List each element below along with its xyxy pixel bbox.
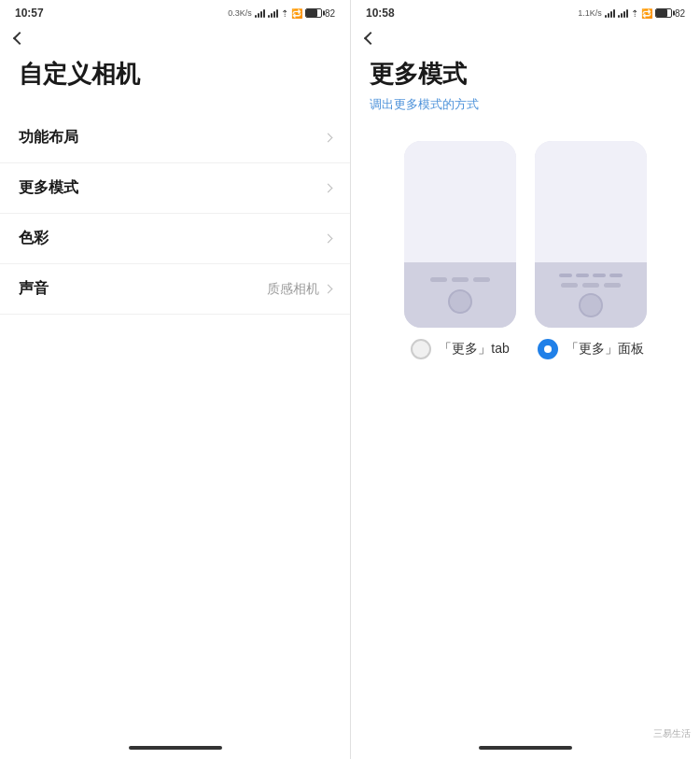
menu-item-sound[interactable]: 声音 质感相机 (0, 264, 350, 315)
left-page-title: 自定义相机 (0, 50, 350, 109)
phone-bar-btn-p1 (561, 283, 578, 288)
right-subtitle: 调出更多模式的方式 (351, 96, 700, 132)
phone-bar-btn-1 (430, 277, 447, 282)
phone-shutter-panel (579, 293, 603, 317)
menu-item-more-modes-label: 更多模式 (19, 178, 78, 198)
left-wifi-icon2: 🔁 (291, 8, 302, 19)
left-signal-bars-2 (268, 8, 278, 18)
right-battery-fill (656, 9, 667, 17)
right-home-indicator (479, 746, 572, 750)
menu-item-more-modes[interactable]: 更多模式 (0, 163, 350, 214)
phone-options-container: 「更多」tab (351, 132, 700, 378)
phone-bar-btn-2 (452, 277, 469, 282)
phone-option-tab[interactable]: 「更多」tab (404, 141, 516, 359)
menu-item-sound-right: 质感相机 (267, 281, 331, 298)
menu-item-sound-value: 质感相机 (267, 281, 319, 298)
left-panel: 10:57 0.3K/s ⇡ 🔁 82 自定义相机 功能布局 (0, 0, 350, 759)
left-network-speed: 0.3K/s (228, 8, 252, 18)
left-menu-list: 功能布局 更多模式 色彩 声音 质感相机 (0, 113, 350, 315)
menu-item-color-label: 色彩 (19, 229, 49, 248)
phone-bar-btn-p2 (582, 283, 599, 288)
left-battery-fill (306, 9, 317, 17)
phone-bar-buttons-tab (430, 277, 490, 282)
phone-option-panel[interactable]: 「更多」面板 (535, 141, 647, 359)
phone-bar-btn-p3 (604, 283, 621, 288)
right-network-speed: 1.1K/s (578, 8, 602, 18)
left-signal-bars (255, 8, 265, 18)
radio-circle-tab[interactable] (411, 339, 431, 359)
phone-bar-buttons-panel (561, 283, 621, 288)
radio-option-panel[interactable]: 「更多」面板 (538, 339, 644, 359)
phone-screen-top-tab (404, 141, 516, 262)
phone-illustration-panel (535, 141, 647, 328)
phone-bottom-bar-panel (535, 262, 647, 328)
right-back-button[interactable] (351, 26, 700, 50)
radio-label-tab: 「更多」tab (439, 341, 509, 358)
left-battery-label: 82 (325, 8, 335, 19)
right-wifi-icon2: 🔁 (641, 8, 652, 19)
right-signal-bars (605, 8, 615, 18)
menu-item-layout-right (325, 134, 331, 141)
right-battery-label: 82 (675, 8, 685, 19)
left-battery-icon (305, 8, 322, 18)
right-wifi-icon: ⇡ (631, 8, 638, 19)
right-status-icons: 1.1K/s ⇡ 🔁 82 (578, 8, 685, 19)
right-status-bar: 10:58 1.1K/s ⇡ 🔁 82 (351, 0, 700, 26)
phone-tab-item-3 (593, 274, 606, 277)
left-wifi-icon: ⇡ (281, 8, 288, 19)
left-time: 10:57 (15, 7, 44, 20)
phone-bar-btn-3 (473, 277, 490, 282)
left-back-button[interactable] (0, 26, 350, 50)
menu-item-more-modes-right (325, 185, 331, 191)
phone-tab-bar-panel (559, 274, 623, 277)
right-page-title: 更多模式 (351, 50, 700, 96)
radio-circle-panel[interactable] (538, 339, 558, 359)
phone-illustration-tab (404, 141, 516, 328)
phone-tab-item-1 (559, 274, 572, 277)
watermark: 三易生活 (653, 727, 691, 740)
right-signal-bars-2 (618, 8, 628, 18)
left-home-indicator (129, 746, 222, 750)
right-back-arrow-icon (364, 32, 377, 45)
menu-item-layout-chevron-icon (324, 134, 333, 143)
menu-item-sound-label: 声音 (19, 279, 49, 299)
menu-item-color-right (325, 235, 331, 242)
phone-screen-top-panel (535, 141, 647, 262)
radio-option-tab[interactable]: 「更多」tab (411, 339, 509, 359)
menu-item-sound-chevron-icon (324, 285, 333, 294)
left-status-bar: 10:57 0.3K/s ⇡ 🔁 82 (0, 0, 350, 26)
menu-item-color[interactable]: 色彩 (0, 214, 350, 264)
left-status-icons: 0.3K/s ⇡ 🔁 82 (228, 8, 335, 19)
phone-tab-item-4 (609, 274, 623, 277)
menu-item-more-modes-chevron-icon (324, 184, 333, 193)
radio-label-panel: 「更多」面板 (566, 341, 644, 358)
menu-item-layout[interactable]: 功能布局 (0, 113, 350, 163)
right-time: 10:58 (366, 7, 395, 20)
menu-item-layout-label: 功能布局 (19, 128, 78, 148)
right-panel: 10:58 1.1K/s ⇡ 🔁 82 更多模式 调出更多模式的方式 (350, 0, 700, 759)
left-back-arrow-icon (13, 32, 26, 45)
phone-bottom-bar-tab (404, 262, 516, 328)
phone-tab-item-2 (576, 274, 589, 277)
phone-shutter-tab (448, 289, 472, 314)
menu-item-color-chevron-icon (324, 234, 333, 244)
right-battery-icon (655, 8, 672, 18)
